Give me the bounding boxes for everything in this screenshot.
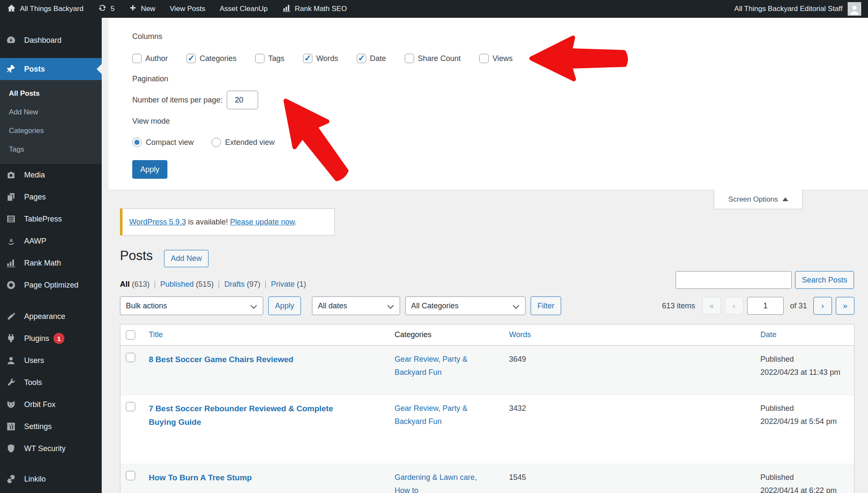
submenu-add-new[interactable]: Add New bbox=[0, 103, 102, 122]
last-page-button[interactable]: » bbox=[836, 297, 854, 315]
column-toggle-tags[interactable]: Tags bbox=[255, 54, 284, 63]
column-toggle-categories[interactable]: Categories bbox=[186, 54, 236, 63]
dashboard-gauge-icon bbox=[6, 35, 16, 45]
sidebar-item-wt-security[interactable]: WT Security bbox=[0, 438, 102, 460]
column-toggle-views[interactable]: Views bbox=[479, 54, 513, 63]
checkbox[interactable] bbox=[479, 54, 489, 63]
sidebar-item-label: Orbit Fox bbox=[24, 400, 56, 409]
submenu-categories[interactable]: Categories bbox=[0, 122, 102, 140]
fox-icon bbox=[6, 399, 16, 410]
checkbox[interactable] bbox=[186, 54, 196, 63]
sort-by-title[interactable]: Title bbox=[149, 330, 163, 339]
new-label: New bbox=[141, 5, 155, 13]
submenu-all-posts[interactable]: All Posts bbox=[0, 84, 102, 103]
submenu-tags[interactable]: Tags bbox=[0, 140, 102, 159]
sidebar-item-label: Posts bbox=[24, 65, 45, 74]
admin-bar-view-posts[interactable]: View Posts bbox=[170, 5, 205, 13]
notice-period: . bbox=[295, 218, 297, 226]
screen-options-apply-button[interactable]: Apply bbox=[132, 160, 167, 179]
post-categories-link[interactable]: Gear Review, Party & Backyard Fun bbox=[395, 355, 467, 377]
post-title-link[interactable]: 7 Best Soccer Rebounder Reviewed & Compl… bbox=[149, 404, 333, 427]
screen-options-toggle[interactable]: Screen Options bbox=[714, 190, 803, 209]
column-toggle-date[interactable]: Date bbox=[357, 54, 386, 63]
sidebar-item-rank-math[interactable]: Rank Math bbox=[0, 252, 102, 274]
radio-button[interactable] bbox=[132, 138, 142, 147]
sidebar-item-page-optimized[interactable]: Page Optimized bbox=[0, 274, 102, 296]
sidebar-separator bbox=[0, 296, 102, 305]
admin-bar-account[interactable]: All Things Backyard Editorial Staff bbox=[734, 2, 861, 16]
bulk-apply-button[interactable]: Apply bbox=[268, 296, 301, 315]
sidebar-item-plugins[interactable]: Plugins 1 bbox=[0, 327, 102, 349]
sidebar-item-aawp[interactable]: a AAWP bbox=[0, 230, 102, 252]
checkbox[interactable] bbox=[255, 54, 264, 63]
filter-button[interactable]: Filter bbox=[531, 296, 561, 315]
sidebar-item-appearance[interactable]: Appearance bbox=[0, 305, 102, 327]
bulk-actions-select[interactable]: Bulk actions bbox=[120, 296, 263, 315]
wordpress-version-link[interactable]: WordPress 5.9.3 bbox=[129, 218, 186, 226]
post-status: Published bbox=[760, 402, 854, 415]
sidebar-item-media[interactable]: Media bbox=[0, 164, 102, 186]
sort-by-date[interactable]: Date bbox=[760, 330, 776, 339]
sidebar-item-linkilo[interactable]: Linkilo bbox=[0, 468, 102, 490]
column-toggle-author[interactable]: Author bbox=[132, 54, 168, 63]
column-toggle-share-count[interactable]: Share Count bbox=[405, 54, 461, 63]
select-all-checkbox[interactable] bbox=[126, 330, 135, 340]
sidebar-item-pages[interactable]: Pages bbox=[0, 186, 102, 208]
post-title-link[interactable]: How To Burn A Tree Stump bbox=[149, 473, 252, 482]
filter-published[interactable]: Published (515) bbox=[160, 280, 214, 289]
search-posts-button[interactable]: Search Posts bbox=[795, 271, 854, 289]
rank-math-seo-label: Rank Math SEO bbox=[295, 5, 347, 13]
sidebar-item-users[interactable]: Users bbox=[0, 349, 102, 371]
admin-bar-new[interactable]: New bbox=[129, 4, 155, 14]
admin-bar-rank-math[interactable]: Rank Math SEO bbox=[282, 3, 347, 14]
sidebar-item-tools[interactable]: Tools bbox=[0, 371, 102, 393]
radio-label: Compact view bbox=[146, 138, 194, 147]
items-per-page-input[interactable] bbox=[227, 91, 258, 109]
submenu-label: Tags bbox=[9, 145, 24, 154]
sidebar-item-label: AAWP bbox=[24, 237, 46, 246]
categories-filter-select[interactable]: All Categories bbox=[405, 296, 526, 315]
radio-button[interactable] bbox=[211, 138, 221, 147]
search-input[interactable] bbox=[676, 271, 792, 289]
admin-bar-asset-cleanup[interactable]: Asset CleanUp bbox=[220, 5, 267, 13]
radio-label: Extended view bbox=[225, 138, 275, 147]
checkbox[interactable] bbox=[357, 54, 366, 63]
checkbox[interactable] bbox=[132, 54, 142, 63]
post-categories-link[interactable]: Gear Review, Party & Backyard Fun bbox=[395, 404, 467, 426]
sidebar-item-orbit-fox[interactable]: Orbit Fox bbox=[0, 393, 102, 415]
extended-view-option[interactable]: Extended view bbox=[211, 138, 275, 147]
filter-drafts[interactable]: Drafts (97) bbox=[224, 280, 260, 289]
filter-private[interactable]: Private (1) bbox=[271, 280, 306, 289]
checkbox[interactable] bbox=[405, 54, 414, 63]
sidebar-separator bbox=[0, 51, 102, 58]
row-checkbox[interactable] bbox=[126, 353, 135, 362]
admin-bar-updates[interactable]: 5 bbox=[98, 3, 114, 14]
dates-filter-select[interactable]: All dates bbox=[312, 296, 400, 315]
page-title: Posts bbox=[120, 248, 153, 263]
sidebar-item-label: Plugins bbox=[24, 334, 49, 343]
update-now-link[interactable]: Please update now bbox=[230, 218, 295, 226]
sort-by-words[interactable]: Words bbox=[509, 330, 531, 339]
post-categories-link[interactable]: Gardening & Lawn care, How to bbox=[395, 473, 477, 493]
next-page-button[interactable]: › bbox=[813, 297, 832, 315]
updates-icon bbox=[98, 3, 107, 14]
shield-icon bbox=[6, 443, 16, 454]
current-page-input[interactable] bbox=[747, 297, 784, 315]
column-toggle-words[interactable]: Words bbox=[303, 54, 338, 63]
checkbox[interactable] bbox=[303, 54, 312, 63]
compact-view-option[interactable]: Compact view bbox=[132, 138, 194, 147]
filter-all[interactable]: All (613) bbox=[120, 280, 150, 289]
checkbox-label: Share Count bbox=[418, 54, 461, 63]
post-title-link[interactable]: 8 Best Soccer Game Chairs Reviewed bbox=[149, 355, 293, 364]
row-checkbox[interactable] bbox=[126, 471, 135, 480]
sidebar-item-posts[interactable]: Posts bbox=[0, 58, 102, 80]
sidebar-item-dashboard[interactable]: Dashboard bbox=[0, 29, 102, 51]
user-display-name: All Things Backyard Editorial Staff bbox=[734, 5, 843, 13]
post-status: Published bbox=[760, 471, 854, 484]
admin-bar-site-link[interactable]: All Things Backyard bbox=[7, 3, 83, 15]
sidebar-item-settings[interactable]: Settings bbox=[0, 415, 102, 438]
site-name: All Things Backyard bbox=[20, 5, 83, 13]
row-checkbox[interactable] bbox=[126, 402, 135, 411]
add-new-button[interactable]: Add New bbox=[164, 250, 209, 267]
sidebar-item-tablepress[interactable]: TablePress bbox=[0, 208, 102, 230]
